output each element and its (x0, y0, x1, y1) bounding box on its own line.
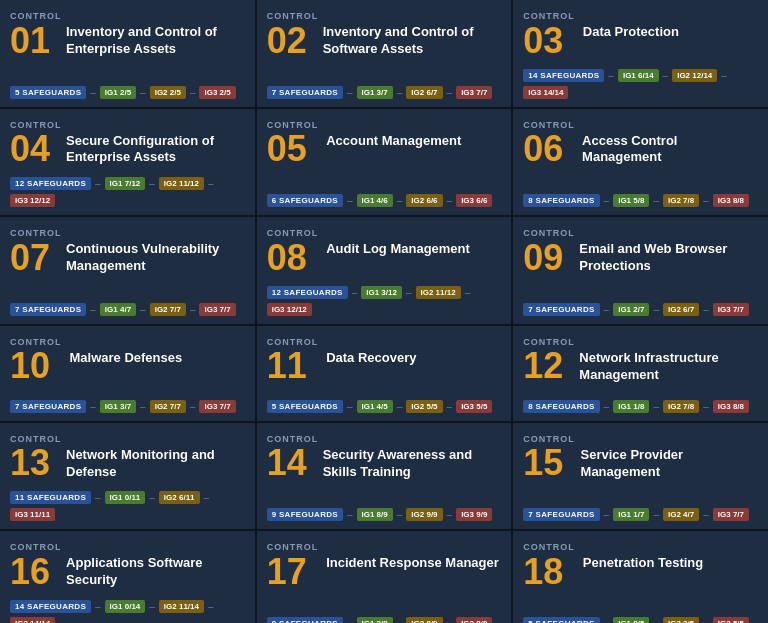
separator: – (204, 492, 210, 503)
control-num-value: 07 (10, 240, 58, 276)
card-control-06[interactable]: CONTROL 06 Access Control Management 8 S… (513, 109, 768, 216)
ig1-badge: IG1 1/8 (613, 400, 649, 413)
card-header: CONTROL 15 Service Provider Management (523, 433, 758, 499)
card-control-09[interactable]: CONTROL 09 Email and Web Browser Protect… (513, 217, 768, 324)
control-num-value: 16 (10, 554, 58, 590)
control-num-value: 10 (10, 348, 62, 384)
control-num-value: 06 (523, 131, 574, 167)
separator: – (95, 601, 101, 612)
safeguards-badge: 8 SAFEGUARDS (523, 194, 599, 207)
card-control-04[interactable]: CONTROL 04 Secure Configuration of Enter… (0, 109, 255, 216)
control-number: CONTROL 17 (267, 541, 319, 590)
ig3-badge: IG3 14/14 (10, 617, 55, 623)
separator: – (95, 492, 101, 503)
card-control-07[interactable]: CONTROL 07 Continuous Vulnerability Mana… (0, 217, 255, 324)
ig2-badge: IG2 6/6 (406, 194, 442, 207)
control-number: CONTROL 14 (267, 433, 315, 482)
separator: – (347, 401, 353, 412)
ig2-badge: IG2 11/12 (159, 177, 204, 190)
ig3-badge: IG3 8/8 (713, 400, 749, 413)
ig2-badge: IG2 9/9 (406, 508, 442, 521)
card-title: Secure Configuration of Enterprise Asset… (66, 119, 245, 167)
separator: – (447, 618, 453, 623)
card-control-14[interactable]: CONTROL 14 Security Awareness and Skills… (257, 423, 512, 530)
card-header: CONTROL 10 Malware Defenses (10, 336, 245, 390)
card-control-13[interactable]: CONTROL 13 Network Monitoring and Defens… (0, 423, 255, 530)
separator: – (653, 304, 659, 315)
card-title: Inventory and Control of Enterprise Asse… (66, 10, 245, 58)
ig1-badge: IG1 4/7 (100, 303, 136, 316)
control-num-value: 08 (267, 240, 319, 276)
card-control-05[interactable]: CONTROL 05 Account Management 6 SAFEGUAR… (257, 109, 512, 216)
card-control-17[interactable]: CONTROL 17 Incident Response Manager 9 S… (257, 531, 512, 623)
ig2-badge: IG2 5/5 (406, 400, 442, 413)
control-number: CONTROL 02 (267, 10, 315, 59)
card-control-01[interactable]: CONTROL 01 Inventory and Control of Ente… (0, 0, 255, 107)
separator: – (140, 87, 146, 98)
ig2-badge: IG2 7/7 (150, 303, 186, 316)
control-number: CONTROL 18 (523, 541, 575, 590)
card-control-08[interactable]: CONTROL 08 Audit Log Management 12 SAFEG… (257, 217, 512, 324)
card-title: Account Management (326, 119, 461, 150)
ig1-badge: IG1 5/8 (613, 194, 649, 207)
card-control-10[interactable]: CONTROL 10 Malware Defenses 7 SAFEGUARDS… (0, 326, 255, 421)
control-number: CONTROL 10 (10, 336, 62, 385)
card-control-02[interactable]: CONTROL 02 Inventory and Control of Soft… (257, 0, 512, 107)
card-footer: 5 SAFEGUARDS – IG1 0/5 – IG2 3/5 – IG3 5… (523, 617, 758, 623)
safeguards-badge: 7 SAFEGUARDS (523, 508, 599, 521)
card-title: Applications Software Security (66, 541, 245, 589)
ig3-badge: IG3 5/5 (713, 617, 749, 623)
card-control-12[interactable]: CONTROL 12 Network Infrastructure Manage… (513, 326, 768, 421)
ig2-badge: IG2 4/7 (663, 508, 699, 521)
safeguards-badge: 11 SAFEGUARDS (10, 491, 91, 504)
safeguards-badge: 14 SAFEGUARDS (523, 69, 604, 82)
ig1-badge: IG1 3/9 (357, 617, 393, 623)
ig3-badge: IG3 6/6 (456, 194, 492, 207)
ig2-badge: IG2 6/11 (159, 491, 200, 504)
control-num-value: 02 (267, 23, 315, 59)
separator: – (95, 178, 101, 189)
separator: – (604, 304, 610, 315)
safeguards-badge: 12 SAFEGUARDS (267, 286, 348, 299)
ig2-badge: IG2 11/14 (159, 600, 204, 613)
card-footer: 8 SAFEGUARDS – IG1 5/8 – IG2 7/8 – IG3 8… (523, 194, 758, 207)
card-control-11[interactable]: CONTROL 11 Data Recovery 5 SAFEGUARDS – … (257, 326, 512, 421)
controls-grid: CONTROL 01 Inventory and Control of Ente… (0, 0, 768, 623)
card-control-03[interactable]: CONTROL 03 Data Protection 14 SAFEGUARDS… (513, 0, 768, 107)
separator: – (140, 401, 146, 412)
card-footer: 5 SAFEGUARDS – IG1 4/5 – IG2 5/5 – IG3 5… (267, 400, 502, 413)
card-control-18[interactable]: CONTROL 18 Penetration Testing 5 SAFEGUA… (513, 531, 768, 623)
ig2-badge: IG2 12/14 (672, 69, 717, 82)
safeguards-badge: 7 SAFEGUARDS (523, 303, 599, 316)
card-control-16[interactable]: CONTROL 16 Applications Software Securit… (0, 531, 255, 623)
ig2-badge: IG2 11/12 (416, 286, 461, 299)
card-title: Security Awareness and Skills Training (323, 433, 502, 481)
ig3-badge: IG3 14/14 (523, 86, 568, 99)
control-num-value: 09 (523, 240, 571, 276)
ig2-badge: IG2 8/9 (406, 617, 442, 623)
ig3-badge: IG3 5/5 (456, 400, 492, 413)
control-num-value: 04 (10, 131, 58, 167)
separator: – (653, 401, 659, 412)
card-control-15[interactable]: CONTROL 15 Service Provider Management 7… (513, 423, 768, 530)
control-number: CONTROL 07 (10, 227, 58, 276)
ig3-badge: IG3 7/7 (713, 508, 749, 521)
separator: – (149, 601, 155, 612)
separator: – (90, 87, 96, 98)
control-num-value: 18 (523, 554, 575, 590)
card-header: CONTROL 04 Secure Configuration of Enter… (10, 119, 245, 168)
ig3-badge: IG3 9/9 (456, 617, 492, 623)
separator: – (149, 178, 155, 189)
safeguards-badge: 6 SAFEGUARDS (267, 194, 343, 207)
ig1-badge: IG1 8/9 (357, 508, 393, 521)
card-footer: 12 SAFEGUARDS – IG1 3/12 – IG2 11/12 – I… (267, 286, 502, 316)
card-header: CONTROL 11 Data Recovery (267, 336, 502, 390)
separator: – (703, 401, 709, 412)
control-num-value: 12 (523, 348, 571, 384)
card-footer: 8 SAFEGUARDS – IG1 1/8 – IG2 7/8 – IG3 8… (523, 400, 758, 413)
card-footer: 6 SAFEGUARDS – IG1 4/6 – IG2 6/6 – IG3 6… (267, 194, 502, 207)
card-title: Penetration Testing (583, 541, 703, 572)
card-header: CONTROL 05 Account Management (267, 119, 502, 185)
card-title: Malware Defenses (70, 336, 183, 367)
separator: – (347, 509, 353, 520)
